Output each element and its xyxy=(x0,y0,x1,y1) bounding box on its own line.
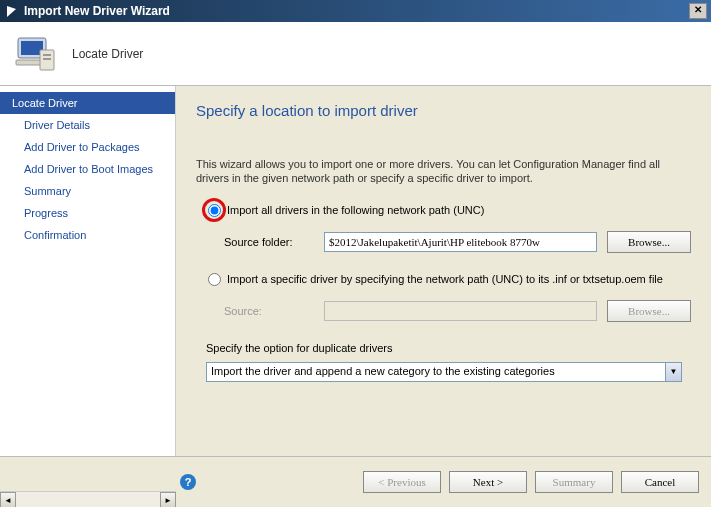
scroll-track[interactable] xyxy=(16,492,160,507)
computer-icon xyxy=(10,30,58,78)
summary-button: Summary xyxy=(535,471,613,493)
sidebar-item-progress[interactable]: Progress xyxy=(0,202,175,224)
window-title: Import New Driver Wizard xyxy=(20,4,689,18)
page-title: Specify a location to import driver xyxy=(196,102,691,119)
sidebar-item-confirmation[interactable]: Confirmation xyxy=(0,224,175,246)
source-folder-input[interactable] xyxy=(324,232,597,252)
wizard-header: Locate Driver xyxy=(0,22,711,86)
sidebar-item-label: Driver Details xyxy=(24,119,90,131)
scroll-right-button[interactable]: ► xyxy=(160,492,176,507)
svg-marker-0 xyxy=(7,6,16,17)
source-folder-label: Source folder: xyxy=(224,236,314,248)
wizard-steps-sidebar: Locate Driver Driver Details Add Driver … xyxy=(0,86,176,456)
svg-rect-5 xyxy=(43,54,51,56)
svg-rect-6 xyxy=(43,58,51,60)
radio-import-all-label: Import all drivers in the following netw… xyxy=(227,204,484,216)
radio-import-specific[interactable] xyxy=(208,273,221,286)
browse-source-folder-button[interactable]: Browse... xyxy=(607,231,691,253)
duplicate-option-combo[interactable]: Import the driver and append a new categ… xyxy=(206,362,682,382)
title-bar: Import New Driver Wizard ✕ xyxy=(0,0,711,22)
browse-source-file-button: Browse... xyxy=(607,300,691,322)
radio-import-specific-label: Import a specific driver by specifying t… xyxy=(227,273,663,285)
duplicate-option-selected: Import the driver and append a new categ… xyxy=(207,363,665,381)
sidebar-item-locate-driver[interactable]: Locate Driver xyxy=(0,92,175,114)
help-icon[interactable]: ? xyxy=(180,474,196,490)
intro-text: This wizard allows you to import one or … xyxy=(196,157,691,186)
option-import-all-row: Import all drivers in the following netw… xyxy=(196,204,691,217)
scroll-left-button[interactable]: ◄ xyxy=(0,492,16,507)
sidebar-item-summary[interactable]: Summary xyxy=(0,180,175,202)
sidebar-item-driver-details[interactable]: Driver Details xyxy=(0,114,175,136)
source-file-input xyxy=(324,301,597,321)
sidebar-item-label: Add Driver to Packages xyxy=(24,141,140,153)
sidebar-item-label: Locate Driver xyxy=(12,97,77,109)
previous-button: < Previous xyxy=(363,471,441,493)
main-panel: Specify a location to import driver This… xyxy=(176,86,711,456)
sidebar-item-add-to-packages[interactable]: Add Driver to Packages xyxy=(0,136,175,158)
sidebar-item-label: Confirmation xyxy=(24,229,86,241)
duplicate-option-label: Specify the option for duplicate drivers xyxy=(206,342,691,354)
sidebar-item-add-to-boot-images[interactable]: Add Driver to Boot Images xyxy=(0,158,175,180)
sidebar-item-label: Progress xyxy=(24,207,68,219)
radio-import-all[interactable] xyxy=(208,204,221,217)
sidebar-item-label: Summary xyxy=(24,185,71,197)
next-button[interactable]: Next > xyxy=(449,471,527,493)
app-icon xyxy=(4,3,20,19)
wizard-footer: ◄ ► ? < Previous Next > Summary Cancel xyxy=(0,456,711,506)
chevron-down-icon[interactable]: ▼ xyxy=(665,363,681,381)
sidebar-horizontal-scrollbar: ◄ ► xyxy=(0,491,176,507)
header-subtitle: Locate Driver xyxy=(72,47,143,61)
option-import-specific-row: Import a specific driver by specifying t… xyxy=(196,273,691,286)
sidebar-item-label: Add Driver to Boot Images xyxy=(24,163,153,175)
source-file-label: Source: xyxy=(224,305,314,317)
close-button[interactable]: ✕ xyxy=(689,3,707,19)
cancel-button[interactable]: Cancel xyxy=(621,471,699,493)
